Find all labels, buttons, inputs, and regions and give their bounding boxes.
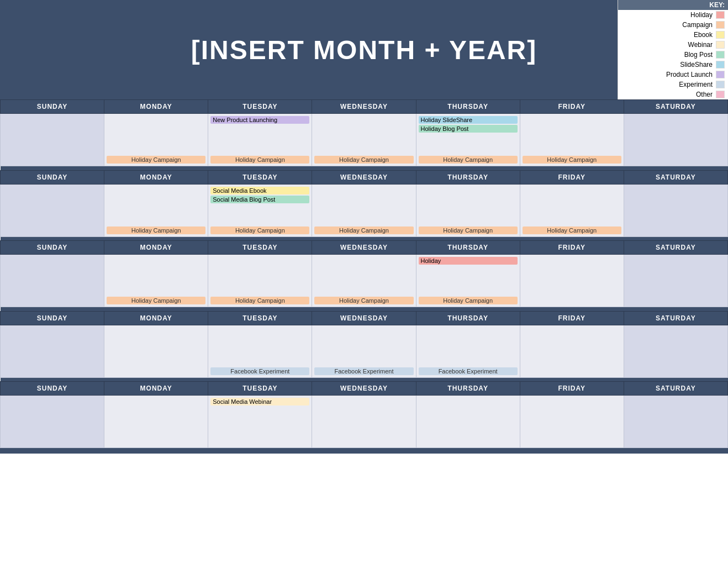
week-3-thursday: Holiday Holiday Campaign — [416, 255, 520, 307]
day-header-tuesday: TUESDAY — [208, 100, 312, 114]
week-1-tuesday-campaign: Holiday Campaign — [210, 156, 309, 164]
week-2-monday-campaign: Holiday Campaign — [107, 227, 205, 234]
week-4-header-thursday: THURSDAY — [416, 311, 520, 325]
week-4-friday — [520, 325, 624, 377]
day-header-sunday: SUNDAY — [1, 100, 104, 114]
week-4-header-saturday: SATURDAY — [624, 311, 727, 325]
legend-item-experiment: Experiment — [618, 80, 728, 89]
week-5-thursday — [416, 396, 520, 448]
week-1-friday: Holiday Campaign — [520, 114, 624, 166]
legend-swatch-experiment — [716, 81, 725, 88]
week-2-sunday — [1, 184, 104, 236]
week-2-friday-campaign: Holiday Campaign — [523, 227, 621, 234]
legend-item-campaign: Campaign — [618, 20, 728, 30]
week-2-sep — [1, 236, 728, 240]
legend-item-other: Other — [618, 89, 728, 99]
week-5-body-row: Social Media Webinar — [1, 396, 728, 448]
legend-swatch-productlaunch — [716, 71, 725, 78]
week-2-header-sunday: SUNDAY — [1, 170, 104, 184]
week-5-tuesday: Social Media Webinar — [208, 396, 312, 448]
week-4-header-friday: FRIDAY — [520, 311, 624, 325]
week-1: SUNDAY MONDAY TUESDAY WEDNESDAY THURSDAY… — [0, 99, 728, 170]
week-2-header-saturday: SATURDAY — [624, 170, 727, 184]
legend-label-holiday: Holiday — [690, 11, 713, 19]
week-4-separator — [1, 377, 728, 381]
week-5-tuesday-event-1: Social Media Webinar — [210, 398, 309, 406]
week-2-monday: Holiday Campaign — [104, 184, 208, 236]
header: [INSERT MONTH + YEAR] KEY: Holiday Campa… — [0, 0, 728, 99]
legend: KEY: Holiday Campaign Ebook Webinar Blog… — [618, 0, 728, 99]
week-4-tuesday-experiment: Facebook Experiment — [210, 367, 309, 375]
week-4-monday — [104, 325, 208, 377]
week-2-header-thursday: THURSDAY — [416, 170, 520, 184]
legend-label-experiment: Experiment — [679, 81, 713, 88]
day-header-wednesday: WEDNESDAY — [312, 100, 416, 114]
legend-swatch-slideshare — [716, 61, 725, 69]
week-3-thursday-event-1: Holiday — [419, 257, 518, 265]
week-4-header-sunday: SUNDAY — [1, 311, 104, 325]
week-1-wednesday: Holiday Campaign — [312, 114, 416, 166]
week-1-thursday: Holiday SlideShare Holiday Blog Post Hol… — [416, 114, 520, 166]
week-1-header-row: SUNDAY MONDAY TUESDAY WEDNESDAY THURSDAY… — [1, 100, 728, 114]
week-3-monday: Holiday Campaign — [104, 255, 208, 307]
week-1-thursday-event-1: Holiday SlideShare — [419, 116, 518, 124]
day-header-saturday: SATURDAY — [624, 100, 727, 114]
week-4-sep — [1, 377, 728, 381]
week-4-header-wednesday: WEDNESDAY — [312, 311, 416, 325]
week-1-body-row: Holiday Campaign New Product Launching H… — [1, 114, 728, 166]
week-3-body-row: Holiday Campaign Holiday Campaign Holida… — [1, 255, 728, 307]
week-3-header-sunday: SUNDAY — [1, 241, 104, 255]
week-5-friday — [520, 396, 624, 448]
week-2-thursday-campaign: Holiday Campaign — [419, 227, 518, 234]
week-3-friday — [520, 255, 624, 307]
week-4-thursday-experiment: Facebook Experiment — [419, 367, 518, 375]
legend-item-holiday: Holiday — [618, 10, 728, 20]
week-3-tuesday: Holiday Campaign — [208, 255, 312, 307]
week-2-wednesday-campaign: Holiday Campaign — [314, 227, 413, 234]
legend-item-blogpost: Blog Post — [618, 50, 728, 60]
week-3-header-row: SUNDAY MONDAY TUESDAY WEDNESDAY THURSDAY… — [1, 241, 728, 255]
week-3-header-thursday: THURSDAY — [416, 241, 520, 255]
legend-label-ebook: Ebook — [694, 31, 713, 39]
calendar: SUNDAY MONDAY TUESDAY WEDNESDAY THURSDAY… — [0, 99, 728, 454]
week-5-header-wednesday: WEDNESDAY — [312, 382, 416, 396]
week-5-header-tuesday: TUESDAY — [208, 382, 312, 396]
week-3-separator — [1, 307, 728, 311]
week-3-thursday-campaign: Holiday Campaign — [419, 297, 518, 304]
week-1-friday-campaign: Holiday Campaign — [523, 156, 621, 164]
week-3-saturday — [624, 255, 727, 307]
week-2-separator — [1, 236, 728, 240]
week-2-thursday: Holiday Campaign — [416, 184, 520, 236]
week-4-body-row: Facebook Experiment Facebook Experiment … — [1, 325, 728, 377]
week-4: SUNDAY MONDAY TUESDAY WEDNESDAY THURSDAY… — [0, 311, 728, 382]
week-1-thursday-event-2: Holiday Blog Post — [419, 125, 518, 133]
day-header-friday: FRIDAY — [520, 100, 624, 114]
week-1-sep — [1, 166, 728, 170]
week-4-wednesday: Facebook Experiment — [312, 325, 416, 377]
day-header-thursday: THURSDAY — [416, 100, 520, 114]
week-1-separator — [1, 166, 728, 170]
week-3-monday-campaign: Holiday Campaign — [107, 297, 205, 304]
week-4-saturday — [624, 325, 727, 377]
week-3-header-monday: MONDAY — [104, 241, 208, 255]
week-3-wednesday-campaign: Holiday Campaign — [314, 297, 413, 304]
day-header-monday: MONDAY — [104, 100, 208, 114]
week-5-monday — [104, 396, 208, 448]
legend-label-other: Other — [696, 91, 713, 98]
week-2-saturday — [624, 184, 727, 236]
week-2-body-row: Holiday Campaign Social Media Ebook Soci… — [1, 184, 728, 236]
week-5-header-saturday: SATURDAY — [624, 382, 727, 396]
week-5-header-monday: MONDAY — [104, 382, 208, 396]
page-container: [INSERT MONTH + YEAR] KEY: Holiday Campa… — [0, 0, 728, 454]
week-1-saturday — [624, 114, 727, 166]
legend-swatch-holiday — [716, 11, 725, 19]
week-2-header-row: SUNDAY MONDAY TUESDAY WEDNESDAY THURSDAY… — [1, 170, 728, 184]
legend-swatch-other — [716, 91, 725, 98]
legend-item-slideshare: SlideShare — [618, 60, 728, 70]
week-2-friday: Holiday Campaign — [520, 184, 624, 236]
bottom-bar — [0, 448, 728, 454]
week-4-header-monday: MONDAY — [104, 311, 208, 325]
legend-swatch-webinar — [716, 41, 725, 49]
week-1-tuesday: New Product Launching Holiday Campaign — [208, 114, 312, 166]
week-3: SUNDAY MONDAY TUESDAY WEDNESDAY THURSDAY… — [0, 240, 728, 311]
